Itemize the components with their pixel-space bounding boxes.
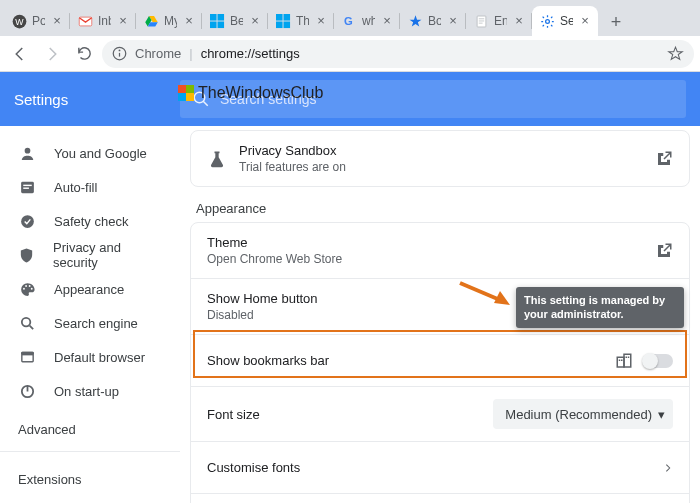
svg-line-21 <box>203 101 208 106</box>
row-sub: Open Chrome Web Store <box>207 252 643 266</box>
power-icon <box>18 382 36 400</box>
safety-icon <box>18 212 36 230</box>
tab-label: Sett <box>560 14 573 28</box>
theme-row[interactable]: Theme Open Chrome Web Store <box>191 223 689 278</box>
page-title: Settings <box>14 91 166 108</box>
autofill-icon <box>18 178 36 196</box>
sidebar-item-label: On start-up <box>54 384 119 399</box>
close-icon[interactable]: × <box>314 14 328 28</box>
svg-point-22 <box>24 147 30 153</box>
managed-by-org-icon <box>615 352 633 370</box>
svg-point-16 <box>546 19 550 23</box>
sidebar-item-autofill[interactable]: Auto-fill <box>0 170 180 204</box>
svg-rect-42 <box>626 356 628 358</box>
customise-fonts-row[interactable]: Customise fonts <box>191 441 689 493</box>
svg-rect-6 <box>218 21 225 28</box>
svg-rect-8 <box>284 14 291 21</box>
svg-point-31 <box>21 317 29 326</box>
tab-inbox[interactable]: Inbo × <box>70 6 136 36</box>
close-icon[interactable]: × <box>578 14 592 28</box>
sidebar-item-label: Search engine <box>54 316 138 331</box>
search-input[interactable] <box>220 91 674 107</box>
open-in-new-icon <box>655 150 673 168</box>
gmail-icon <box>78 14 93 29</box>
tab-best[interactable]: Bes × <box>202 6 268 36</box>
tab-label: Inbo <box>98 14 111 28</box>
svg-rect-3 <box>210 14 217 21</box>
sidebar-item-label: You and Google <box>54 146 147 161</box>
sidebar-extensions[interactable]: Extensions <box>0 458 180 495</box>
svg-rect-24 <box>23 184 32 185</box>
wordpress-icon: W <box>12 14 27 29</box>
row-title: Privacy Sandbox <box>239 143 643 158</box>
row-sub: Trial features are on <box>239 160 643 174</box>
svg-point-27 <box>23 287 25 289</box>
divider <box>0 451 180 452</box>
svg-rect-38 <box>617 357 624 367</box>
tab-label: Pos <box>32 14 45 28</box>
chevron-down-icon: ▾ <box>658 407 665 422</box>
star-icon <box>408 14 423 29</box>
browser-icon <box>18 348 36 366</box>
settings-sidebar: You and Google Auto-fill Safety check Pr… <box>0 126 180 503</box>
sidebar-item-privacy[interactable]: Privacy and security <box>0 238 180 272</box>
search-settings[interactable] <box>180 80 686 118</box>
forward-button[interactable] <box>38 40 66 68</box>
privacy-sandbox-card: Privacy Sandbox Trial features are on <box>190 130 690 187</box>
sidebar-item-label: Default browser <box>54 350 145 365</box>
managed-tooltip: This setting is managed by your administ… <box>516 287 684 328</box>
gear-icon <box>540 14 555 29</box>
tab-posts[interactable]: W Pos × <box>4 6 70 36</box>
tab-label: Bookm <box>428 14 441 28</box>
close-icon[interactable]: × <box>50 14 64 28</box>
svg-point-30 <box>30 287 32 289</box>
close-icon[interactable]: × <box>446 14 460 28</box>
open-in-new-icon <box>655 242 673 260</box>
shield-icon <box>18 246 35 264</box>
font-size-row: Font size Medium (Recommended) ▾ <box>191 386 689 441</box>
sidebar-item-you-and-google[interactable]: You and Google <box>0 136 180 170</box>
bookmarks-bar-row[interactable]: Show bookmarks bar <box>191 334 689 386</box>
close-icon[interactable]: × <box>182 14 196 28</box>
flask-icon <box>207 149 227 169</box>
url-chip: Chrome <box>135 46 181 61</box>
settings-header: Settings <box>0 72 700 126</box>
drive-icon <box>144 14 159 29</box>
font-size-dropdown[interactable]: Medium (Recommended) ▾ <box>493 399 673 429</box>
url-text: chrome://settings <box>201 46 659 61</box>
new-tab-button[interactable]: + <box>602 8 630 36</box>
palette-icon <box>18 280 36 298</box>
tab-whatis[interactable]: G what is × <box>334 6 400 36</box>
close-icon[interactable]: × <box>248 14 262 28</box>
sidebar-item-safety[interactable]: Safety check <box>0 204 180 238</box>
reload-button[interactable] <box>70 40 98 68</box>
person-icon <box>18 144 36 162</box>
bookmark-star-icon[interactable] <box>667 45 684 62</box>
tab-settings[interactable]: Sett × <box>532 6 598 36</box>
svg-rect-39 <box>624 354 631 367</box>
svg-point-20 <box>194 92 205 103</box>
sidebar-item-on-startup[interactable]: On start-up <box>0 374 180 408</box>
sidebar-advanced[interactable]: Advanced <box>0 408 180 445</box>
privacy-sandbox-row[interactable]: Privacy Sandbox Trial features are on <box>191 131 689 186</box>
page-zoom-row: Page zoom 100% ▾ <box>191 493 689 503</box>
svg-rect-25 <box>23 187 29 188</box>
tab-drive[interactable]: My × <box>136 6 202 36</box>
tab-bookmarks[interactable]: Bookm × <box>400 6 466 36</box>
tab-enable[interactable]: Enable × <box>466 6 532 36</box>
sidebar-item-appearance[interactable]: Appearance <box>0 272 180 306</box>
twc-icon <box>210 14 225 29</box>
close-icon[interactable]: × <box>380 14 394 28</box>
tab-the[interactable]: The × <box>268 6 334 36</box>
sidebar-item-search-engine[interactable]: Search engine <box>0 306 180 340</box>
row-title: Customise fonts <box>207 460 651 475</box>
bookmarks-toggle[interactable] <box>643 354 673 368</box>
back-button[interactable] <box>6 40 34 68</box>
svg-rect-10 <box>284 21 291 28</box>
sidebar-about-chrome[interactable]: About Chrome <box>0 495 180 503</box>
sidebar-item-default-browser[interactable]: Default browser <box>0 340 180 374</box>
close-icon[interactable]: × <box>116 14 130 28</box>
site-info-icon[interactable] <box>112 46 127 61</box>
address-bar[interactable]: Chrome | chrome://settings <box>102 40 694 68</box>
close-icon[interactable]: × <box>512 14 526 28</box>
